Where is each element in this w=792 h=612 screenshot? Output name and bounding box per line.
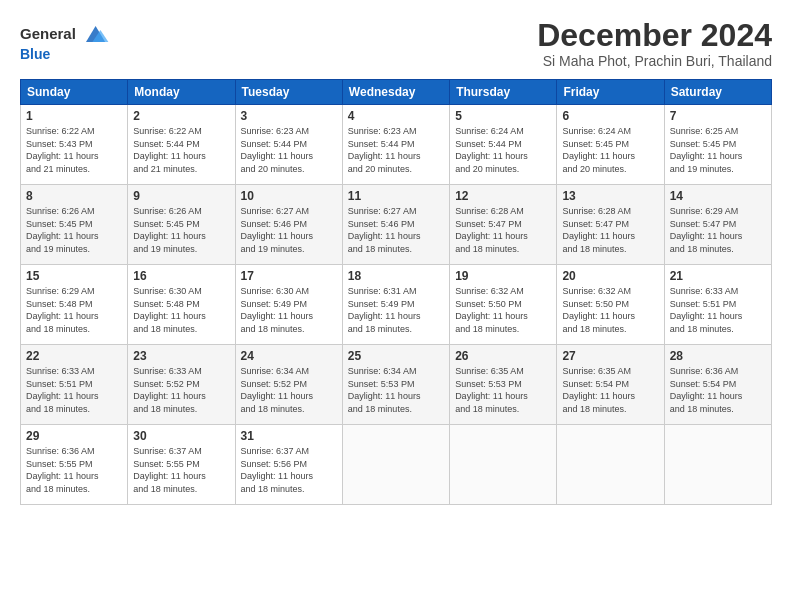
calendar-cell: 1Sunrise: 6:22 AM Sunset: 5:43 PM Daylig… (21, 105, 128, 185)
day-info: Sunrise: 6:29 AM Sunset: 5:47 PM Dayligh… (670, 205, 766, 255)
calendar-cell (664, 425, 771, 505)
calendar-cell: 14Sunrise: 6:29 AM Sunset: 5:47 PM Dayli… (664, 185, 771, 265)
weekday-header-thursday: Thursday (450, 80, 557, 105)
calendar-cell: 26Sunrise: 6:35 AM Sunset: 5:53 PM Dayli… (450, 345, 557, 425)
day-number: 17 (241, 269, 337, 283)
day-info: Sunrise: 6:33 AM Sunset: 5:52 PM Dayligh… (133, 365, 229, 415)
calendar-cell: 19Sunrise: 6:32 AM Sunset: 5:50 PM Dayli… (450, 265, 557, 345)
calendar-cell: 15Sunrise: 6:29 AM Sunset: 5:48 PM Dayli… (21, 265, 128, 345)
calendar-cell (450, 425, 557, 505)
day-info: Sunrise: 6:36 AM Sunset: 5:54 PM Dayligh… (670, 365, 766, 415)
month-title: December 2024 (537, 18, 772, 53)
day-number: 2 (133, 109, 229, 123)
day-info: Sunrise: 6:22 AM Sunset: 5:44 PM Dayligh… (133, 125, 229, 175)
day-number: 10 (241, 189, 337, 203)
calendar-cell: 5Sunrise: 6:24 AM Sunset: 5:44 PM Daylig… (450, 105, 557, 185)
day-number: 23 (133, 349, 229, 363)
weekday-header-row: SundayMondayTuesdayWednesdayThursdayFrid… (21, 80, 772, 105)
calendar-cell: 11Sunrise: 6:27 AM Sunset: 5:46 PM Dayli… (342, 185, 449, 265)
day-info: Sunrise: 6:24 AM Sunset: 5:45 PM Dayligh… (562, 125, 658, 175)
day-info: Sunrise: 6:31 AM Sunset: 5:49 PM Dayligh… (348, 285, 444, 335)
calendar-cell: 23Sunrise: 6:33 AM Sunset: 5:52 PM Dayli… (128, 345, 235, 425)
day-number: 15 (26, 269, 122, 283)
day-info: Sunrise: 6:33 AM Sunset: 5:51 PM Dayligh… (26, 365, 122, 415)
day-number: 29 (26, 429, 122, 443)
calendar-cell: 3Sunrise: 6:23 AM Sunset: 5:44 PM Daylig… (235, 105, 342, 185)
calendar-cell: 20Sunrise: 6:32 AM Sunset: 5:50 PM Dayli… (557, 265, 664, 345)
weekday-header-wednesday: Wednesday (342, 80, 449, 105)
day-number: 6 (562, 109, 658, 123)
day-info: Sunrise: 6:27 AM Sunset: 5:46 PM Dayligh… (241, 205, 337, 255)
day-number: 30 (133, 429, 229, 443)
calendar-cell: 30Sunrise: 6:37 AM Sunset: 5:55 PM Dayli… (128, 425, 235, 505)
calendar-cell: 6Sunrise: 6:24 AM Sunset: 5:45 PM Daylig… (557, 105, 664, 185)
day-number: 18 (348, 269, 444, 283)
calendar-cell: 18Sunrise: 6:31 AM Sunset: 5:49 PM Dayli… (342, 265, 449, 345)
day-info: Sunrise: 6:24 AM Sunset: 5:44 PM Dayligh… (455, 125, 551, 175)
week-row-3: 15Sunrise: 6:29 AM Sunset: 5:48 PM Dayli… (21, 265, 772, 345)
calendar-cell: 17Sunrise: 6:30 AM Sunset: 5:49 PM Dayli… (235, 265, 342, 345)
calendar-cell: 31Sunrise: 6:37 AM Sunset: 5:56 PM Dayli… (235, 425, 342, 505)
day-info: Sunrise: 6:35 AM Sunset: 5:53 PM Dayligh… (455, 365, 551, 415)
calendar-cell: 16Sunrise: 6:30 AM Sunset: 5:48 PM Dayli… (128, 265, 235, 345)
day-info: Sunrise: 6:29 AM Sunset: 5:48 PM Dayligh… (26, 285, 122, 335)
day-info: Sunrise: 6:32 AM Sunset: 5:50 PM Dayligh… (455, 285, 551, 335)
day-info: Sunrise: 6:28 AM Sunset: 5:47 PM Dayligh… (455, 205, 551, 255)
day-number: 11 (348, 189, 444, 203)
day-info: Sunrise: 6:22 AM Sunset: 5:43 PM Dayligh… (26, 125, 122, 175)
calendar-cell: 29Sunrise: 6:36 AM Sunset: 5:55 PM Dayli… (21, 425, 128, 505)
calendar-cell: 7Sunrise: 6:25 AM Sunset: 5:45 PM Daylig… (664, 105, 771, 185)
calendar-cell: 9Sunrise: 6:26 AM Sunset: 5:45 PM Daylig… (128, 185, 235, 265)
logo: General Blue (20, 18, 110, 63)
weekday-header-monday: Monday (128, 80, 235, 105)
calendar-cell: 10Sunrise: 6:27 AM Sunset: 5:46 PM Dayli… (235, 185, 342, 265)
day-number: 16 (133, 269, 229, 283)
day-number: 19 (455, 269, 551, 283)
weekday-header-tuesday: Tuesday (235, 80, 342, 105)
week-row-2: 8Sunrise: 6:26 AM Sunset: 5:45 PM Daylig… (21, 185, 772, 265)
logo-icon (78, 18, 110, 50)
day-number: 24 (241, 349, 337, 363)
logo-blue: Blue (20, 46, 50, 63)
weekday-header-friday: Friday (557, 80, 664, 105)
day-number: 27 (562, 349, 658, 363)
calendar-cell (557, 425, 664, 505)
day-info: Sunrise: 6:37 AM Sunset: 5:56 PM Dayligh… (241, 445, 337, 495)
day-number: 4 (348, 109, 444, 123)
day-number: 20 (562, 269, 658, 283)
day-number: 1 (26, 109, 122, 123)
title-area: December 2024 Si Maha Phot, Prachin Buri… (537, 18, 772, 69)
day-info: Sunrise: 6:30 AM Sunset: 5:49 PM Dayligh… (241, 285, 337, 335)
day-info: Sunrise: 6:36 AM Sunset: 5:55 PM Dayligh… (26, 445, 122, 495)
day-number: 12 (455, 189, 551, 203)
day-number: 8 (26, 189, 122, 203)
calendar-cell: 27Sunrise: 6:35 AM Sunset: 5:54 PM Dayli… (557, 345, 664, 425)
day-info: Sunrise: 6:30 AM Sunset: 5:48 PM Dayligh… (133, 285, 229, 335)
day-number: 14 (670, 189, 766, 203)
calendar-cell: 24Sunrise: 6:34 AM Sunset: 5:52 PM Dayli… (235, 345, 342, 425)
calendar-cell: 28Sunrise: 6:36 AM Sunset: 5:54 PM Dayli… (664, 345, 771, 425)
calendar-cell: 21Sunrise: 6:33 AM Sunset: 5:51 PM Dayli… (664, 265, 771, 345)
weekday-header-sunday: Sunday (21, 80, 128, 105)
calendar-cell: 12Sunrise: 6:28 AM Sunset: 5:47 PM Dayli… (450, 185, 557, 265)
day-info: Sunrise: 6:25 AM Sunset: 5:45 PM Dayligh… (670, 125, 766, 175)
day-info: Sunrise: 6:32 AM Sunset: 5:50 PM Dayligh… (562, 285, 658, 335)
calendar-cell (342, 425, 449, 505)
day-info: Sunrise: 6:37 AM Sunset: 5:55 PM Dayligh… (133, 445, 229, 495)
day-number: 21 (670, 269, 766, 283)
day-info: Sunrise: 6:33 AM Sunset: 5:51 PM Dayligh… (670, 285, 766, 335)
calendar-cell: 25Sunrise: 6:34 AM Sunset: 5:53 PM Dayli… (342, 345, 449, 425)
day-number: 26 (455, 349, 551, 363)
week-row-5: 29Sunrise: 6:36 AM Sunset: 5:55 PM Dayli… (21, 425, 772, 505)
day-number: 31 (241, 429, 337, 443)
day-number: 5 (455, 109, 551, 123)
calendar-cell: 13Sunrise: 6:28 AM Sunset: 5:47 PM Dayli… (557, 185, 664, 265)
day-number: 28 (670, 349, 766, 363)
calendar-table: SundayMondayTuesdayWednesdayThursdayFrid… (20, 79, 772, 505)
calendar-cell: 4Sunrise: 6:23 AM Sunset: 5:44 PM Daylig… (342, 105, 449, 185)
day-info: Sunrise: 6:26 AM Sunset: 5:45 PM Dayligh… (26, 205, 122, 255)
week-row-1: 1Sunrise: 6:22 AM Sunset: 5:43 PM Daylig… (21, 105, 772, 185)
day-info: Sunrise: 6:23 AM Sunset: 5:44 PM Dayligh… (348, 125, 444, 175)
calendar-cell: 2Sunrise: 6:22 AM Sunset: 5:44 PM Daylig… (128, 105, 235, 185)
day-info: Sunrise: 6:34 AM Sunset: 5:53 PM Dayligh… (348, 365, 444, 415)
